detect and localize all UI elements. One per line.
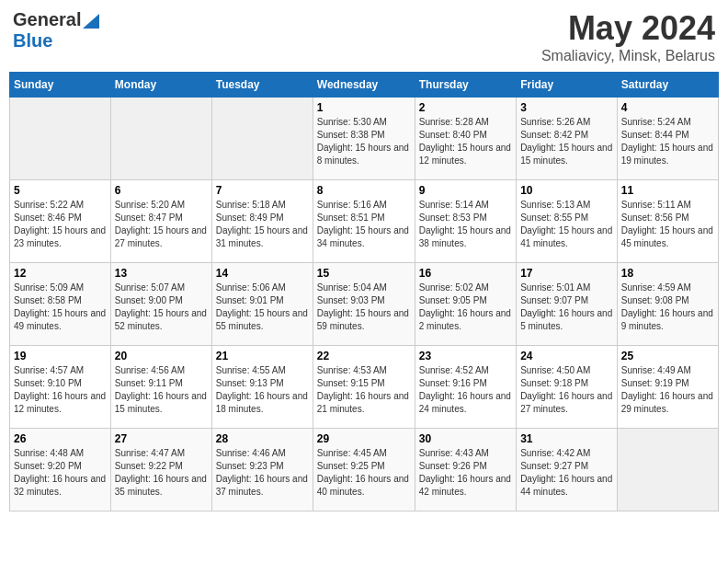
day-number: 29: [317, 432, 411, 445]
calendar-cell: 20Sunrise: 4:56 AM Sunset: 9:11 PM Dayli…: [110, 346, 211, 429]
day-number: 24: [520, 350, 613, 362]
day-info: Sunrise: 4:42 AM Sunset: 9:27 PM Dayligh…: [520, 447, 613, 499]
day-number: 21: [216, 350, 309, 362]
calendar-cell: 1Sunrise: 5:30 AM Sunset: 8:38 PM Daylig…: [313, 98, 415, 180]
calendar-cell: 17Sunrise: 5:01 AM Sunset: 9:07 PM Dayli…: [517, 263, 618, 346]
day-info: Sunrise: 4:53 AM Sunset: 9:15 PM Dayligh…: [317, 364, 411, 416]
calendar-cell: 31Sunrise: 4:42 AM Sunset: 9:27 PM Dayli…: [517, 429, 618, 511]
day-number: 11: [621, 184, 714, 197]
calendar-cell: 18Sunrise: 4:59 AM Sunset: 9:08 PM Dayli…: [617, 263, 718, 346]
calendar-cell: 14Sunrise: 5:06 AM Sunset: 9:01 PM Dayli…: [211, 263, 313, 346]
calendar-cell: 29Sunrise: 4:45 AM Sunset: 9:25 PM Dayli…: [313, 429, 415, 511]
logo-general-text: General: [13, 9, 81, 30]
day-info: Sunrise: 4:55 AM Sunset: 9:13 PM Dayligh…: [216, 364, 309, 416]
day-number: 23: [419, 350, 512, 362]
day-info: Sunrise: 5:11 AM Sunset: 8:56 PM Dayligh…: [621, 199, 714, 250]
svg-marker-0: [83, 14, 99, 29]
calendar-cell: 3Sunrise: 5:26 AM Sunset: 8:42 PM Daylig…: [517, 98, 618, 180]
day-info: Sunrise: 4:46 AM Sunset: 9:23 PM Dayligh…: [216, 447, 309, 499]
calendar-week-row: 1Sunrise: 5:30 AM Sunset: 8:38 PM Daylig…: [10, 98, 719, 180]
day-number: 18: [621, 267, 714, 280]
day-of-week-header: Monday: [110, 73, 211, 98]
calendar-location: Smaliavicy, Minsk, Belarus: [541, 48, 715, 64]
day-info: Sunrise: 4:49 AM Sunset: 9:19 PM Dayligh…: [621, 364, 714, 416]
calendar-cell: [617, 429, 718, 511]
logo-blue-text: Blue: [13, 30, 52, 51]
calendar-cell: 16Sunrise: 5:02 AM Sunset: 9:05 PM Dayli…: [415, 263, 516, 346]
day-info: Sunrise: 5:16 AM Sunset: 8:51 PM Dayligh…: [317, 199, 411, 250]
calendar-cell: 23Sunrise: 4:52 AM Sunset: 9:16 PM Dayli…: [415, 346, 516, 429]
calendar-cell: [10, 98, 111, 180]
day-number: 13: [115, 267, 208, 280]
day-info: Sunrise: 4:47 AM Sunset: 9:22 PM Dayligh…: [115, 447, 208, 499]
day-number: 28: [216, 432, 309, 445]
day-info: Sunrise: 5:13 AM Sunset: 8:55 PM Dayligh…: [520, 199, 613, 250]
day-number: 8: [317, 184, 411, 197]
day-number: 20: [115, 350, 208, 362]
day-number: 15: [317, 267, 411, 280]
day-info: Sunrise: 5:14 AM Sunset: 8:53 PM Dayligh…: [419, 199, 512, 250]
day-number: 16: [419, 267, 512, 280]
calendar-cell: 9Sunrise: 5:14 AM Sunset: 8:53 PM Daylig…: [415, 180, 516, 263]
day-number: 1: [317, 101, 411, 114]
day-number: 3: [520, 101, 613, 114]
calendar-cell: 13Sunrise: 5:07 AM Sunset: 9:00 PM Dayli…: [110, 263, 211, 346]
day-info: Sunrise: 5:06 AM Sunset: 9:01 PM Dayligh…: [216, 282, 309, 333]
calendar-cell: 27Sunrise: 4:47 AM Sunset: 9:22 PM Dayli…: [110, 429, 211, 511]
calendar-cell: 19Sunrise: 4:57 AM Sunset: 9:10 PM Dayli…: [10, 346, 111, 429]
calendar-header-row: SundayMondayTuesdayWednesdayThursdayFrid…: [10, 73, 719, 98]
day-number: 9: [419, 184, 512, 197]
logo-arrow-icon: [83, 14, 99, 29]
page-header: General Blue May 2024 Smaliavicy, Minsk,…: [9, 9, 719, 64]
day-of-week-header: Thursday: [415, 73, 516, 98]
calendar-cell: [211, 98, 313, 180]
day-info: Sunrise: 4:56 AM Sunset: 9:11 PM Dayligh…: [115, 364, 208, 416]
title-block: May 2024 Smaliavicy, Minsk, Belarus: [541, 9, 715, 64]
day-info: Sunrise: 5:01 AM Sunset: 9:07 PM Dayligh…: [520, 282, 613, 333]
day-of-week-header: Saturday: [617, 73, 718, 98]
calendar-week-row: 12Sunrise: 5:09 AM Sunset: 8:58 PM Dayli…: [10, 263, 719, 346]
day-info: Sunrise: 5:18 AM Sunset: 8:49 PM Dayligh…: [216, 199, 309, 250]
calendar-cell: [110, 98, 211, 180]
calendar-cell: 5Sunrise: 5:22 AM Sunset: 8:46 PM Daylig…: [10, 180, 111, 263]
day-info: Sunrise: 5:30 AM Sunset: 8:38 PM Dayligh…: [317, 116, 411, 167]
day-info: Sunrise: 5:04 AM Sunset: 9:03 PM Dayligh…: [317, 282, 411, 333]
calendar-cell: 11Sunrise: 5:11 AM Sunset: 8:56 PM Dayli…: [617, 180, 718, 263]
calendar-cell: 21Sunrise: 4:55 AM Sunset: 9:13 PM Dayli…: [211, 346, 313, 429]
day-info: Sunrise: 5:07 AM Sunset: 9:00 PM Dayligh…: [115, 282, 208, 333]
day-number: 4: [621, 101, 714, 114]
calendar-week-row: 26Sunrise: 4:48 AM Sunset: 9:20 PM Dayli…: [10, 429, 719, 511]
day-number: 31: [520, 432, 613, 445]
day-number: 14: [216, 267, 309, 280]
day-info: Sunrise: 5:09 AM Sunset: 8:58 PM Dayligh…: [14, 282, 107, 333]
day-number: 30: [419, 432, 512, 445]
day-info: Sunrise: 4:52 AM Sunset: 9:16 PM Dayligh…: [419, 364, 512, 416]
day-number: 19: [14, 350, 107, 362]
day-info: Sunrise: 4:48 AM Sunset: 9:20 PM Dayligh…: [14, 447, 107, 499]
day-info: Sunrise: 5:22 AM Sunset: 8:46 PM Dayligh…: [14, 199, 107, 250]
day-number: 7: [216, 184, 309, 197]
calendar-cell: 8Sunrise: 5:16 AM Sunset: 8:51 PM Daylig…: [313, 180, 415, 263]
calendar-table: SundayMondayTuesdayWednesdayThursdayFrid…: [9, 72, 719, 511]
day-number: 2: [419, 101, 512, 114]
calendar-cell: 30Sunrise: 4:43 AM Sunset: 9:26 PM Dayli…: [415, 429, 516, 511]
day-of-week-header: Sunday: [10, 73, 111, 98]
day-number: 27: [115, 432, 208, 445]
day-number: 10: [520, 184, 613, 197]
calendar-cell: 12Sunrise: 5:09 AM Sunset: 8:58 PM Dayli…: [10, 263, 111, 346]
calendar-cell: 15Sunrise: 5:04 AM Sunset: 9:03 PM Dayli…: [313, 263, 415, 346]
day-number: 6: [115, 184, 208, 197]
calendar-cell: 24Sunrise: 4:50 AM Sunset: 9:18 PM Dayli…: [517, 346, 618, 429]
day-info: Sunrise: 5:26 AM Sunset: 8:42 PM Dayligh…: [520, 116, 613, 167]
day-number: 26: [14, 432, 107, 445]
day-of-week-header: Tuesday: [211, 73, 313, 98]
day-info: Sunrise: 5:20 AM Sunset: 8:47 PM Dayligh…: [115, 199, 208, 250]
day-number: 5: [14, 184, 107, 197]
day-of-week-header: Wednesday: [313, 73, 415, 98]
day-info: Sunrise: 5:24 AM Sunset: 8:44 PM Dayligh…: [621, 116, 714, 167]
calendar-cell: 4Sunrise: 5:24 AM Sunset: 8:44 PM Daylig…: [617, 98, 718, 180]
day-info: Sunrise: 5:28 AM Sunset: 8:40 PM Dayligh…: [419, 116, 512, 167]
calendar-cell: 7Sunrise: 5:18 AM Sunset: 8:49 PM Daylig…: [211, 180, 313, 263]
day-number: 22: [317, 350, 411, 362]
calendar-cell: 2Sunrise: 5:28 AM Sunset: 8:40 PM Daylig…: [415, 98, 516, 180]
